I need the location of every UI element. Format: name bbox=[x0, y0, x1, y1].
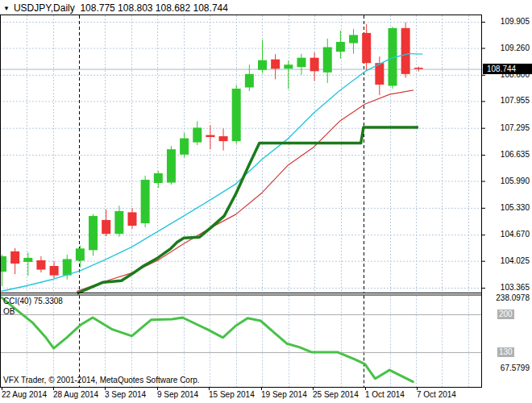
cci-line bbox=[2, 297, 413, 381]
candle-body-bull bbox=[245, 74, 254, 88]
candlestick-chart-canvas[interactable] bbox=[0, 0, 532, 403]
candle-body-bull bbox=[114, 211, 123, 234]
candle-body-bull bbox=[232, 89, 241, 141]
price-axis-label: 109.905 bbox=[501, 17, 530, 27]
time-axis-label: 15 Sep 2014 bbox=[209, 390, 255, 400]
indicator-scale-top: 238.0978 bbox=[496, 293, 530, 303]
candle-body-bear bbox=[102, 220, 110, 234]
chart-dropdown-icon[interactable]: ▼ bbox=[3, 5, 10, 12]
candle-body-bull bbox=[0, 256, 6, 272]
copyright-text: VFX Trader, © 2001-2014, MetaQuotes Soft… bbox=[3, 376, 200, 385]
candle-body-bull bbox=[336, 42, 345, 52]
indicator-title: CCI(40) 75.3308 bbox=[3, 297, 63, 306]
candle-body-bear bbox=[219, 136, 228, 141]
candle-body-bull bbox=[323, 48, 332, 73]
candle-body-bear bbox=[362, 33, 371, 63]
chart-title: ▼USDJPY,Daily 108.775 108.803 108.682 10… bbox=[3, 2, 228, 14]
time-axis-label: 3 Sep 2014 bbox=[105, 390, 146, 400]
candle-body-bull bbox=[167, 149, 176, 182]
candle-body-bear bbox=[206, 135, 214, 138]
candle-body-bear bbox=[50, 266, 59, 276]
price-axis-label: 104.670 bbox=[501, 230, 530, 239]
overbought-label: OB bbox=[3, 307, 15, 317]
candle-body-bear bbox=[375, 63, 384, 85]
time-axis-label: 22 Aug 2014 bbox=[2, 390, 47, 400]
candle-body-bear bbox=[10, 251, 19, 264]
price-axis-label: 105.330 bbox=[501, 203, 530, 213]
candle-body-bull bbox=[154, 173, 163, 183]
time-axis-label: 28 Aug 2014 bbox=[53, 390, 98, 400]
candle-body-bear bbox=[310, 58, 319, 72]
price-axis-label: 107.295 bbox=[501, 123, 530, 133]
chart-title-text: USDJPY,Daily 108.775 108.803 108.682 108… bbox=[14, 2, 228, 14]
candle-body-bear bbox=[36, 260, 45, 270]
candle-body-bull bbox=[284, 64, 293, 69]
candle-body-bull bbox=[258, 60, 267, 70]
candle-body-bull bbox=[349, 35, 358, 43]
candle-body-bear bbox=[271, 60, 280, 69]
candle-body-bear bbox=[401, 28, 410, 74]
current-price-tag: 108.744 bbox=[483, 64, 532, 74]
candle-body-bear bbox=[128, 212, 137, 226]
candle-body-bull bbox=[180, 139, 189, 155]
price-axis-label: 107.955 bbox=[501, 96, 530, 106]
time-axis-label: 19 Sep 2014 bbox=[261, 390, 307, 400]
candle-body-bull bbox=[23, 258, 32, 262]
price-axis-label: 109.260 bbox=[501, 44, 530, 53]
candle-body-bear bbox=[414, 68, 423, 69]
candle-body-bull bbox=[89, 216, 98, 250]
candle-body-bull bbox=[141, 180, 150, 223]
time-axis-label: 1 Oct 2014 bbox=[365, 390, 405, 400]
time-axis-label: 7 Oct 2014 bbox=[417, 390, 456, 400]
candle-body-bull bbox=[297, 58, 305, 68]
price-axis-label: 104.025 bbox=[501, 256, 530, 266]
candle-body-bull bbox=[63, 259, 72, 275]
overlay-ma-fast bbox=[2, 54, 422, 292]
chart-window: { "header": { "title_text": "USDJPY,Dail… bbox=[0, 0, 532, 403]
price-axis-label: 106.635 bbox=[501, 150, 530, 160]
price-axis-label: 105.990 bbox=[501, 177, 530, 186]
time-axis-label: 9 Sep 2014 bbox=[157, 390, 198, 400]
candle-body-bull bbox=[76, 248, 85, 260]
indicator-level-tag: 200 bbox=[497, 310, 514, 319]
candle-body-bull bbox=[193, 127, 202, 142]
overlay-trend-step bbox=[78, 127, 417, 293]
time-axis-label: 25 Sep 2014 bbox=[313, 390, 359, 400]
indicator-level-tag: 130 bbox=[497, 347, 514, 357]
price-axis-label: 103.365 bbox=[501, 283, 530, 293]
indicator-scale-bottom: 67.5799 bbox=[501, 364, 530, 373]
